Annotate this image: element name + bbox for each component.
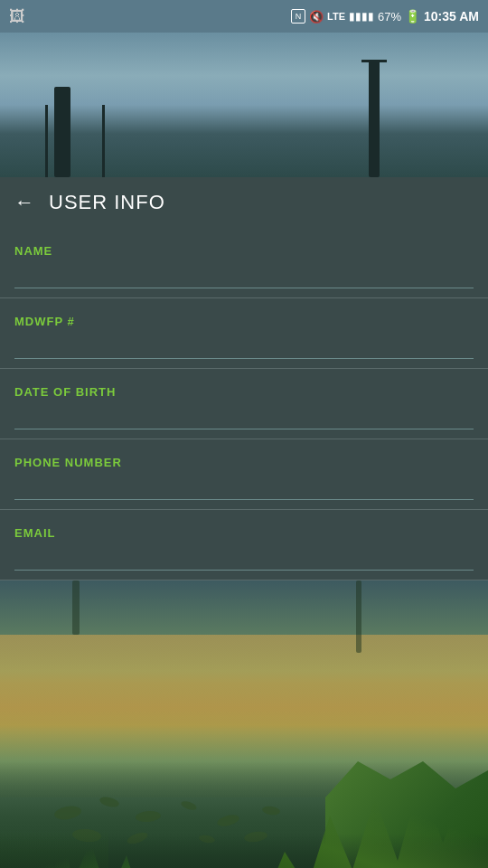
dob-field-container: DATE OF BIRTH <box>0 369 488 439</box>
email-input[interactable] <box>14 545 474 571</box>
mute-icon: 🔇 <box>309 10 324 24</box>
battery-icon: 🔋 <box>405 9 420 24</box>
signal-bars: ▮▮▮▮ <box>349 10 374 23</box>
tree-reflection <box>72 580 80 635</box>
app-header: ← USER INFO <box>0 177 488 228</box>
lte-icon: LTE <box>327 11 345 22</box>
lily-pad <box>136 810 162 823</box>
phone-field-container: PHONE NUMBER <box>0 439 488 510</box>
name-input[interactable] <box>14 263 474 288</box>
page-title: USER INFO <box>49 191 165 214</box>
status-bar-left: 🖼 <box>9 7 25 26</box>
battery-percent: 67% <box>378 10 401 24</box>
name-label: NAME <box>14 244 474 258</box>
photo-icon: 🖼 <box>9 7 25 26</box>
mdwfp-label: MDWFP # <box>14 315 474 328</box>
email-field-container: EMAIL <box>0 510 488 580</box>
email-label: EMAIL <box>14 526 474 540</box>
top-hero-image <box>0 33 488 177</box>
mdwfp-field-container: MDWFP # <box>0 298 488 369</box>
phone-label: PHONE NUMBER <box>14 456 474 469</box>
lily-pad <box>216 813 240 828</box>
status-bar-right: N 🔇 LTE ▮▮▮▮ 67% 🔋 10:35 AM <box>291 9 479 24</box>
user-info-form: NAME MDWFP # DATE OF BIRTH PHONE NUMBER … <box>0 228 488 580</box>
dob-label: DATE OF BIRTH <box>14 385 474 399</box>
tree-reflection <box>356 580 361 653</box>
nfc-icon: N <box>291 9 305 24</box>
lily-pad <box>261 806 280 816</box>
dob-input[interactable] <box>14 404 474 429</box>
name-field-container: NAME <box>0 228 488 298</box>
status-bar: 🖼 N 🔇 LTE ▮▮▮▮ 67% 🔋 10:35 AM <box>0 0 488 33</box>
phone-input[interactable] <box>14 475 474 500</box>
bottom-hero-image <box>0 580 488 868</box>
mdwfp-input[interactable] <box>14 334 474 359</box>
clock: 10:35 AM <box>424 9 479 24</box>
lily-pad <box>180 799 198 812</box>
back-button[interactable]: ← <box>14 193 34 212</box>
tree-silhouette <box>369 60 380 177</box>
